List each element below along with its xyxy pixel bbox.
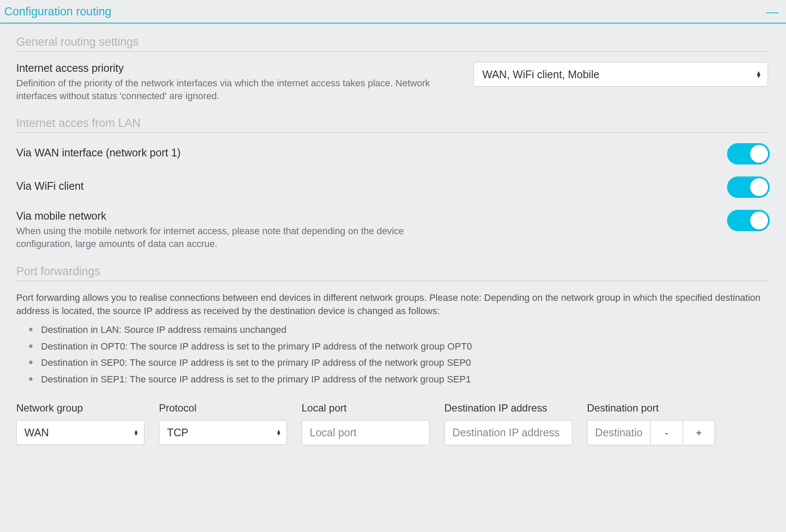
destination-port-label: Destination port [587, 402, 715, 414]
internet-access-priority-label: Internet access priority [16, 62, 456, 74]
panel-body: General routing settings Internet access… [0, 24, 786, 454]
via-mobile-label: Via mobile network [16, 210, 710, 222]
destination-port-stepper: - + [587, 420, 715, 445]
protocol-label: Protocol [159, 402, 287, 414]
via-wifi-label: Via WiFi client [16, 180, 710, 192]
internet-access-priority-row: Internet access priority Definition of t… [16, 62, 770, 102]
internet-access-priority-select-wrapper: WAN, WiFi client, Mobile ▴▾ [473, 62, 768, 87]
local-port-label: Local port [302, 402, 430, 414]
port-forwarding-description: Port forwarding allows you to realise co… [16, 291, 770, 318]
section-heading-lan-access: Internet acces from LAN [16, 117, 770, 133]
pf-note: Destination in OPT0: The source IP addre… [41, 338, 770, 355]
pf-col-destination-port: Destination port - + [587, 402, 715, 445]
via-wan-toggle[interactable] [727, 143, 770, 165]
pf-col-local-port: Local port [302, 402, 430, 445]
destination-port-input[interactable] [587, 420, 650, 445]
local-port-input[interactable] [302, 420, 430, 445]
pf-note: Destination in SEP0: The source IP addre… [41, 355, 770, 371]
toggle-knob [750, 145, 768, 163]
panel-title: Configuration routing [4, 5, 111, 18]
via-wifi-toggle[interactable] [727, 176, 770, 198]
network-group-label: Network group [16, 402, 144, 414]
section-heading-general: General routing settings [16, 35, 770, 52]
panel-header: Configuration routing — [0, 0, 786, 24]
collapse-icon[interactable]: — [766, 6, 782, 18]
lan-access-toggles: Via WAN interface (network port 1) Via W… [16, 143, 770, 250]
section-heading-port-forwardings: Port forwardings [16, 265, 770, 281]
setting-left: Internet access priority Definition of t… [16, 62, 473, 102]
destination-port-plus-button[interactable]: + [683, 420, 715, 445]
internet-access-priority-help: Definition of the priority of the networ… [16, 77, 431, 102]
port-forwarding-form: Network group WAN ▴▾ Protocol TCP ▴▾ [16, 402, 770, 445]
destination-ip-label: Destination IP address [444, 402, 572, 414]
destination-ip-input[interactable] [444, 420, 572, 445]
port-forwarding-notes: Destination in LAN: Source IP address re… [16, 322, 770, 388]
toggle-knob [750, 178, 768, 196]
network-group-select[interactable]: WAN [16, 420, 144, 445]
protocol-select[interactable]: TCP [159, 420, 287, 445]
via-mobile-row: Via mobile network When using the mobile… [16, 210, 770, 250]
pf-note: Destination in LAN: Source IP address re… [41, 322, 770, 338]
pf-col-destination-ip: Destination IP address [444, 402, 572, 445]
internet-access-priority-select[interactable]: WAN, WiFi client, Mobile [473, 62, 768, 87]
via-wifi-row: Via WiFi client [16, 176, 770, 198]
configuration-routing-panel: Configuration routing — General routing … [0, 0, 786, 454]
pf-col-protocol: Protocol TCP ▴▾ [159, 402, 287, 445]
destination-port-minus-button[interactable]: - [650, 420, 683, 445]
pf-note: Destination in SEP1: The source IP addre… [41, 371, 770, 388]
via-mobile-help: When using the mobile network for intern… [16, 225, 431, 250]
via-wan-label: Via WAN interface (network port 1) [16, 147, 710, 159]
toggle-knob [750, 212, 768, 229]
pf-col-network-group: Network group WAN ▴▾ [16, 402, 144, 445]
via-wan-row: Via WAN interface (network port 1) [16, 143, 770, 165]
via-mobile-toggle[interactable] [727, 210, 770, 231]
setting-right: WAN, WiFi client, Mobile ▴▾ [473, 62, 770, 87]
